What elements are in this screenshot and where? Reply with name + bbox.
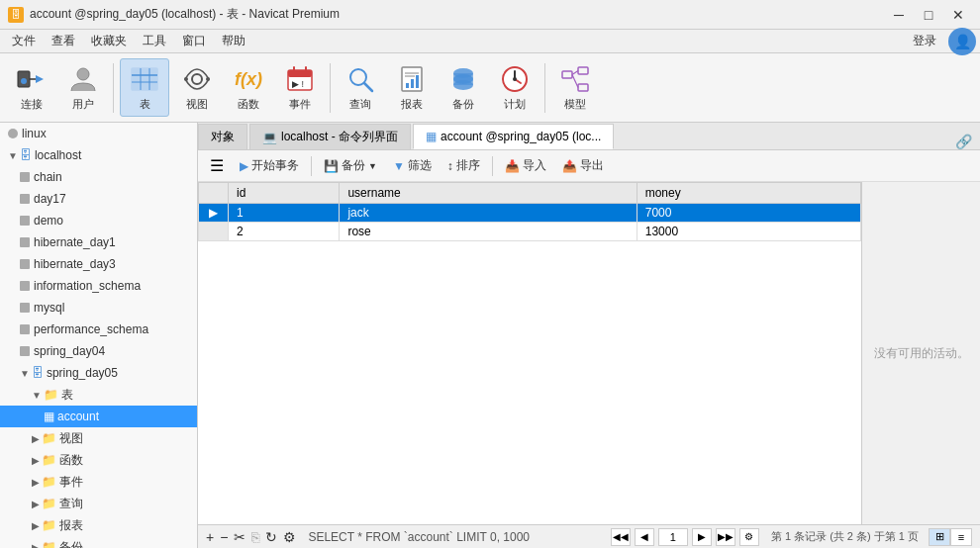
th-username[interactable]: username bbox=[340, 183, 637, 204]
cell-username-2[interactable]: rose bbox=[340, 223, 637, 241]
toolbar-query[interactable]: 查询 bbox=[337, 59, 384, 116]
cell-username-1[interactable]: jack bbox=[340, 204, 637, 223]
th-id[interactable]: id bbox=[229, 183, 340, 204]
sidebar: linux ▼ 🗄 localhost chain day17 demo hib… bbox=[0, 123, 198, 548]
sidebar-item-backup-folder[interactable]: ▶ 📁 备份 bbox=[0, 536, 197, 548]
cell-id-2[interactable]: 2 bbox=[229, 223, 340, 241]
user-icon bbox=[67, 63, 99, 95]
funcs-folder-icon: 📁 bbox=[42, 453, 56, 467]
menubar: 文件 查看 收藏夹 工具 窗口 帮助 登录 👤 bbox=[0, 30, 980, 53]
login-button[interactable]: 登录 bbox=[905, 31, 944, 51]
sort-button[interactable]: ↕ 排序 bbox=[441, 155, 486, 176]
sidebar-item-information-schema[interactable]: information_schema bbox=[0, 275, 197, 297]
db-icon-chain bbox=[20, 172, 30, 182]
db-icon-hib3 bbox=[20, 259, 30, 269]
nav-settings-button[interactable]: ⚙ bbox=[739, 528, 759, 546]
menu-help[interactable]: 帮助 bbox=[214, 31, 253, 51]
sidebar-item-account[interactable]: ▦ account bbox=[0, 406, 197, 427]
export-icon: 📤 bbox=[562, 159, 577, 173]
cut-btn[interactable]: ✂ bbox=[234, 529, 245, 545]
delete-row-btn[interactable]: − bbox=[220, 529, 228, 545]
sidebar-item-tables-folder[interactable]: ▼ 📁 表 bbox=[0, 384, 197, 406]
maximize-button[interactable]: □ bbox=[915, 5, 942, 25]
grid-view-button[interactable]: ⊞ bbox=[929, 528, 950, 546]
cell-id-1[interactable]: 1 bbox=[229, 204, 340, 223]
begin-tx-label: 开始事务 bbox=[251, 157, 299, 174]
sidebar-item-spring-day04[interactable]: spring_day04 bbox=[0, 340, 197, 362]
expand-arrow-tables: ▼ bbox=[32, 390, 42, 401]
tab-account-table[interactable]: ▦ account @spring_day05 (loc... bbox=[413, 124, 614, 149]
filter-button[interactable]: ▼ 筛选 bbox=[387, 155, 438, 176]
toolbar-func[interactable]: f(x) 函数 bbox=[225, 59, 272, 116]
settings-btn[interactable]: ⚙ bbox=[283, 529, 296, 545]
view-label: 视图 bbox=[186, 97, 208, 112]
backup-folder-icon: 📁 bbox=[42, 540, 56, 548]
sidebar-item-demo[interactable]: demo bbox=[0, 210, 197, 231]
sidebar-item-localhost[interactable]: ▼ 🗄 localhost bbox=[0, 144, 197, 166]
menu-favorites[interactable]: 收藏夹 bbox=[83, 31, 135, 51]
tab-object[interactable]: 对象 bbox=[198, 124, 247, 149]
th-money[interactable]: money bbox=[637, 183, 860, 204]
toolbar-report[interactable]: 报表 bbox=[388, 59, 436, 116]
toolbar-model[interactable]: 模型 bbox=[551, 59, 599, 116]
reports-folder-icon: 📁 bbox=[42, 518, 56, 532]
tab-extra-btn[interactable]: 🔗 bbox=[947, 134, 980, 149]
data-area[interactable]: id username money ▶ 1 jack 7000 bbox=[198, 182, 861, 524]
nav-page-input[interactable] bbox=[658, 528, 688, 546]
svg-point-29 bbox=[453, 74, 473, 84]
expand-arrow-backup: ▶ bbox=[32, 542, 40, 549]
account-table-icon: ▦ bbox=[44, 410, 54, 423]
sidebar-item-hibernate-day1[interactable]: hibernate_day1 bbox=[0, 231, 197, 253]
sidebar-item-reports-folder[interactable]: ▶ 📁 报表 bbox=[0, 514, 197, 536]
backup-button[interactable]: 💾 备份 ▼ bbox=[318, 155, 383, 176]
sidebar-item-hibernate-day3[interactable]: hibernate_day3 bbox=[0, 253, 197, 275]
import-button[interactable]: 📥 导入 bbox=[499, 155, 552, 176]
hamburger-menu[interactable]: ☰ bbox=[204, 154, 230, 177]
toolbar-table[interactable]: 表 bbox=[120, 58, 169, 117]
copy-btn[interactable]: ⎘ bbox=[251, 529, 259, 545]
sidebar-label-perf: performance_schema bbox=[34, 322, 148, 336]
nav-last-button[interactable]: ▶▶ bbox=[716, 528, 735, 546]
sidebar-item-chain[interactable]: chain bbox=[0, 166, 197, 188]
menu-file[interactable]: 文件 bbox=[4, 31, 44, 51]
menu-tools[interactable]: 工具 bbox=[135, 31, 174, 51]
tab-localhost-cmd[interactable]: 💻 localhost - 命令列界面 bbox=[249, 124, 411, 149]
minimize-button[interactable]: ─ bbox=[885, 5, 913, 25]
refresh-btn[interactable]: ↻ bbox=[265, 529, 277, 545]
toolbar-schedule[interactable]: 计划 bbox=[491, 59, 539, 116]
table-row[interactable]: ▶ 1 jack 7000 bbox=[199, 204, 861, 223]
user-avatar[interactable]: 👤 bbox=[948, 28, 976, 55]
sidebar-item-events-folder[interactable]: ▶ 📁 事件 bbox=[0, 471, 197, 493]
close-button[interactable]: ✕ bbox=[944, 5, 972, 25]
menu-window[interactable]: 窗口 bbox=[174, 31, 214, 51]
toolbar-user[interactable]: 用户 bbox=[59, 59, 107, 116]
nav-next-button[interactable]: ▶ bbox=[692, 528, 712, 546]
table-row[interactable]: 2 rose 13000 bbox=[199, 223, 861, 241]
sidebar-item-spring-day05[interactable]: ▼ 🗄 spring_day05 bbox=[0, 362, 197, 384]
cell-money-2[interactable]: 13000 bbox=[637, 223, 860, 241]
sidebar-item-queries-folder[interactable]: ▶ 📁 查询 bbox=[0, 493, 197, 514]
export-label: 导出 bbox=[580, 157, 604, 174]
export-button[interactable]: 📤 导出 bbox=[556, 155, 610, 176]
nav-prev-button[interactable]: ◀ bbox=[635, 528, 654, 546]
sidebar-item-day17[interactable]: day17 bbox=[0, 188, 197, 210]
sidebar-item-mysql[interactable]: mysql bbox=[0, 297, 197, 319]
toolbar-view[interactable]: 视图 bbox=[173, 59, 221, 116]
sidebar-item-performance-schema[interactable]: performance_schema bbox=[0, 319, 197, 340]
begin-tx-icon: ▶ bbox=[240, 159, 248, 173]
content-area: id username money ▶ 1 jack 7000 bbox=[198, 182, 980, 524]
nav-first-button[interactable]: ◀◀ bbox=[611, 528, 631, 546]
cell-money-1[interactable]: 7000 bbox=[637, 204, 860, 223]
sidebar-item-funcs-folder[interactable]: ▶ 📁 函数 bbox=[0, 449, 197, 471]
menu-view[interactable]: 查看 bbox=[44, 31, 83, 51]
svg-point-10 bbox=[192, 74, 202, 84]
sidebar-item-linux[interactable]: linux bbox=[0, 123, 197, 144]
begin-tx-button[interactable]: ▶ 开始事务 bbox=[234, 155, 305, 176]
toolbar-backup[interactable]: 备份 bbox=[440, 59, 487, 116]
toolbar-connect[interactable]: 连接 bbox=[8, 59, 55, 116]
sidebar-item-views-folder[interactable]: ▶ 📁 视图 bbox=[0, 427, 197, 449]
svg-point-11 bbox=[184, 77, 188, 81]
add-row-btn[interactable]: + bbox=[206, 529, 214, 545]
form-view-button[interactable]: ≡ bbox=[950, 528, 972, 546]
toolbar-event[interactable]: ▶ ! 事件 bbox=[276, 59, 324, 116]
